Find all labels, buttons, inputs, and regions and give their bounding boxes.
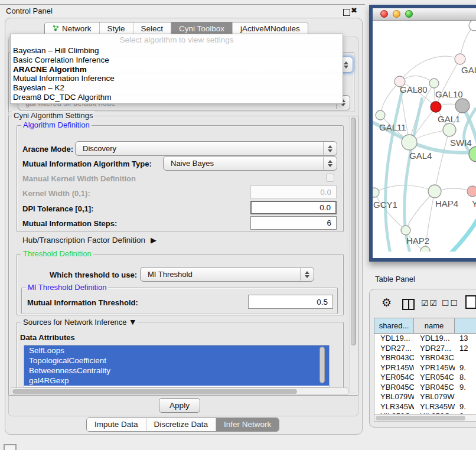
table-cell: YDL19... (414, 334, 455, 344)
kernel-width-label: Kernel Width (0,1): (22, 189, 90, 198)
collapse-arrow-icon[interactable]: ▼ (131, 318, 135, 326)
dock-icon[interactable] (4, 444, 17, 450)
algorithm-option-basic-correlation-inference[interactable]: Basic Correlation Inference (11, 56, 343, 65)
table-row[interactable]: YER054CYER054C8. (374, 373, 476, 383)
mi-threshold-field[interactable] (248, 295, 333, 309)
sources-group-title-row[interactable]: Sources for Network Inference ▼ (21, 318, 137, 327)
network-node[interactable] (455, 99, 470, 113)
network-node-label-y: Y (472, 198, 476, 208)
window-minimize-icon[interactable] (393, 10, 400, 18)
table-cell: YBR043C (374, 353, 414, 363)
data-attributes-list[interactable]: SelfLoopsTopologicalCoefficientBetweenne… (24, 345, 330, 387)
select-all-icon[interactable]: ☑☑ (421, 298, 438, 308)
window-close-icon[interactable] (380, 10, 388, 18)
table-cell: YBL079W (414, 392, 455, 402)
table-row[interactable]: YPR145WYPR145W9. (374, 363, 476, 373)
attribute-item-gal4rgexp[interactable]: gal4RGexp (24, 376, 329, 386)
kernel-width-field[interactable] (250, 185, 337, 199)
aracne-mode-combobox[interactable]: Discovery (75, 141, 337, 156)
column-header-item[interactable] (455, 318, 476, 333)
network-node-label-gal: GAL (461, 65, 476, 75)
network-edge[interactable] (436, 59, 460, 107)
hub-definition-section[interactable]: Hub/Transcription Factor Definition ▶ (22, 236, 157, 244)
network-node[interactable] (469, 21, 476, 31)
table-cell: YPR145W (414, 363, 455, 373)
window-zoom-icon[interactable] (405, 10, 413, 18)
algorithm-definition-title: Algorithm Definition (21, 121, 92, 129)
table-row[interactable]: YLR345WYLR345W9. (374, 402, 476, 412)
tab-infer-network[interactable]: Infer Network (216, 418, 279, 431)
network-node[interactable] (401, 226, 410, 235)
network-canvas[interactable]: GALGAL80GAL10GAL11GAL1SWI4GAL4GCY1HAP4YH… (373, 21, 476, 252)
table-cell: 9. (455, 402, 476, 412)
table-cell: YBL079W (374, 392, 414, 402)
network-edge[interactable] (448, 219, 476, 252)
network-node[interactable] (428, 185, 441, 198)
network-window-titlebar[interactable] (373, 8, 476, 21)
network-edge[interactable] (406, 191, 435, 230)
table-cell: 13 (455, 334, 476, 344)
mi-algorithm-type-combobox[interactable]: Naive Bayes (163, 156, 337, 171)
algorithm-option-bayesian-k2[interactable]: Bayesian – K2 (11, 83, 343, 93)
table-cell: YBR045C (374, 383, 414, 393)
mi-threshold-definition-title: MI Threshold Definition (26, 283, 108, 291)
dpi-tolerance-field[interactable] (250, 201, 337, 214)
table-row[interactable]: YDR27...YDR27...12 (374, 344, 476, 354)
tab-label: Discretize Data (154, 418, 208, 431)
gear-icon[interactable]: ⚙ (382, 297, 392, 308)
algorithm-option-dream8-dc-tdc-algorithm[interactable]: Dream8 DC_TDC Algorithm (11, 93, 343, 102)
network-edge[interactable] (435, 130, 449, 191)
table-horizontal-scrollbar-thumb[interactable] (376, 416, 465, 420)
table-cell: YPR145W (374, 363, 414, 373)
tab-discretize-data[interactable]: Discretize Data (146, 418, 216, 431)
column-header-name[interactable]: name (414, 318, 455, 333)
table-row[interactable]: YBR043CYBR043C (374, 353, 476, 363)
network-node[interactable] (429, 79, 439, 88)
settings-vertical-scrollbar-thumb[interactable] (351, 118, 356, 345)
manual-kernel-width-checkbox[interactable] (326, 174, 334, 182)
settings-horizontal-scrollbar-thumb[interactable] (12, 389, 297, 394)
page-icon[interactable] (465, 295, 476, 309)
column-header-shared[interactable]: shared... (374, 318, 414, 333)
hub-definition-label: Hub/Transcription Factor Definition (22, 236, 145, 244)
network-node-label-gal11: GAL11 (379, 122, 406, 132)
mi-algorithm-type-label: Mutual Information Algorithm Type: (22, 159, 152, 168)
mi-steps-field[interactable] (250, 216, 337, 230)
which-threshold-combobox[interactable]: MI Threshold (140, 267, 314, 282)
network-node[interactable] (467, 186, 476, 197)
network-edge[interactable] (385, 90, 402, 252)
expand-arrow-icon[interactable]: ▶ (151, 236, 157, 244)
table-panel-title: Table Panel (375, 275, 415, 283)
network-node[interactable] (469, 146, 476, 162)
network-node[interactable] (420, 246, 430, 252)
network-node[interactable] (373, 188, 379, 197)
aracne-mode-value: Discovery (83, 144, 116, 153)
table-cell: 8. (455, 373, 476, 383)
tab-impute-data[interactable]: Impute Data (87, 418, 146, 431)
network-node-label-hap2: HAP2 (406, 236, 429, 246)
split-column-icon[interactable] (402, 299, 415, 310)
network-node[interactable] (431, 102, 441, 112)
close-panel-icon[interactable]: ✖ (351, 6, 357, 15)
attributes-list-scrollbar-thumb[interactable] (319, 347, 325, 383)
algorithm-option-aracne-algorithm[interactable]: ARACNE Algorithm (11, 65, 343, 74)
algorithm-option-bayesian-hill-climbing[interactable]: Bayesian – Hill Climbing (11, 46, 343, 56)
network-edge[interactable] (400, 56, 460, 81)
network-view-window[interactable]: GALGAL80GAL10GAL11GAL1SWI4GAL4GCY1HAP4YH… (369, 5, 476, 262)
network-edge[interactable] (374, 193, 406, 230)
table-row[interactable]: YBR045CYBR045C9. (374, 383, 476, 393)
network-node[interactable] (376, 110, 385, 120)
float-panel-icon[interactable] (343, 9, 350, 16)
algorithm-option-mutual-information-inference[interactable]: Mutual Information Inference (11, 74, 343, 83)
attribute-item-topologicalcoefficient[interactable]: TopologicalCoefficient (24, 356, 329, 366)
network-node[interactable] (402, 135, 417, 150)
node-table: shared...name YDL19...YDL19...13YDR27...… (374, 318, 476, 422)
deselect-all-icon[interactable]: ☐☐ (442, 298, 459, 308)
table-row[interactable]: YDL19...YDL19...13 (374, 334, 476, 344)
network-node[interactable] (443, 123, 456, 136)
table-row[interactable]: YBL079WYBL079W (374, 392, 476, 402)
attribute-item-selfloops[interactable]: SelfLoops (24, 345, 329, 356)
network-node[interactable] (455, 54, 465, 64)
apply-button[interactable]: Apply (159, 398, 200, 413)
attribute-item-betweennesscentrality[interactable]: BetweennessCentrality (24, 366, 329, 376)
